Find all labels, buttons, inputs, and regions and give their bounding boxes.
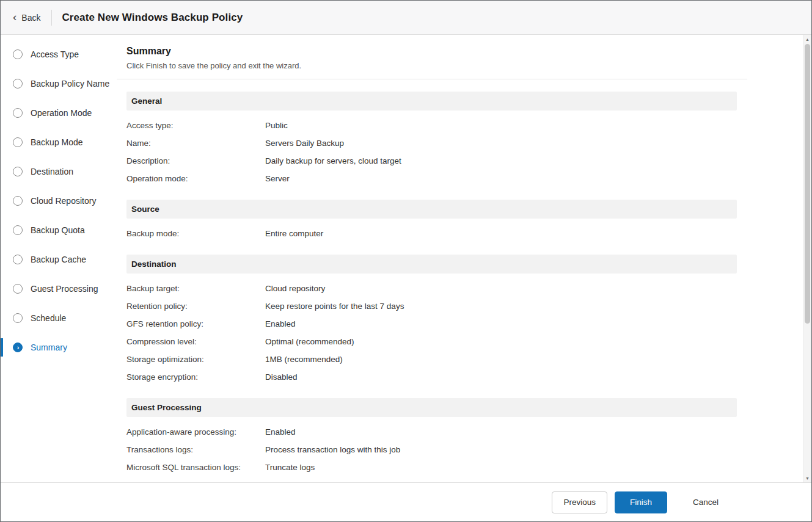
row-label: Name: bbox=[126, 139, 265, 148]
previous-button[interactable]: Previous bbox=[552, 491, 607, 513]
scroll-up-icon[interactable]: ▲ bbox=[803, 35, 811, 43]
summary-row-transactions-logs: Transactions logs:Process transaction lo… bbox=[126, 441, 737, 459]
row-value: Daily backup for servers, cloud target bbox=[265, 156, 737, 165]
summary-row-microsoft-sql-transaction-logs: Microsoft SQL transaction logs:Truncate … bbox=[126, 459, 737, 476]
step-label: Access Type bbox=[31, 49, 79, 59]
sidebar-step-backup-cache[interactable]: Backup Cache bbox=[1, 245, 117, 274]
cancel-button[interactable]: Cancel bbox=[679, 491, 732, 513]
row-label: Backup target: bbox=[126, 284, 265, 293]
step-label: Destination bbox=[31, 167, 73, 176]
row-value: Servers Daily Backup bbox=[265, 139, 737, 148]
page-title: Create New Windows Backup Policy bbox=[62, 12, 243, 24]
step-label: Backup Policy Name bbox=[31, 79, 109, 89]
summary-row-gfs-retention-policy: GFS retention policy:Enabled bbox=[126, 315, 737, 333]
summary-row-name: Name:Servers Daily Backup bbox=[126, 134, 737, 152]
summary-row-storage-optimization: Storage optimization:1MB (recommended) bbox=[126, 350, 737, 368]
sidebar-step-operation-mode[interactable]: Operation Mode bbox=[1, 98, 117, 128]
row-value: Keep restore points for the last 7 days bbox=[265, 302, 737, 311]
step-circle-icon bbox=[13, 196, 23, 206]
row-value: 1MB (recommended) bbox=[265, 355, 737, 364]
summary-row-oracle-transaction-logs: Oracle transaction logs:Do not delete ar… bbox=[126, 476, 737, 482]
step-subtitle: Click Finish to save the policy and exit… bbox=[126, 61, 737, 70]
step-circle-icon bbox=[13, 313, 23, 323]
row-value: Server bbox=[265, 174, 737, 183]
header: ‹ Back Create New Windows Backup Policy bbox=[1, 1, 811, 35]
summary-row-application-aware-processing: Application-aware processing:Enabled bbox=[126, 423, 737, 441]
row-value: Enabled bbox=[265, 427, 737, 437]
summary-row-access-type: Access type:Public bbox=[126, 117, 737, 134]
row-value: Enabled bbox=[265, 319, 737, 328]
sidebar-step-destination[interactable]: Destination bbox=[1, 157, 117, 186]
section-header-source: Source bbox=[126, 200, 737, 219]
section-header-guest-processing: Guest Processing bbox=[126, 398, 737, 417]
finish-button[interactable]: Finish bbox=[615, 491, 667, 513]
step-circle-icon bbox=[13, 255, 23, 264]
step-circle-icon bbox=[13, 108, 23, 118]
step-label: Backup Quota bbox=[31, 225, 85, 235]
step-label: Guest Processing bbox=[31, 284, 98, 294]
step-circle-icon bbox=[13, 79, 23, 89]
step-circle-icon bbox=[13, 49, 23, 59]
summary-row-backup-mode: Backup mode:Entire computer bbox=[126, 225, 737, 242]
row-label: Retention policy: bbox=[126, 302, 265, 311]
step-label: Cloud Repository bbox=[31, 196, 96, 206]
row-value: Optimal (recommended) bbox=[265, 337, 737, 346]
section-header-destination: Destination bbox=[126, 255, 737, 274]
step-title: Summary bbox=[126, 46, 737, 57]
sidebar-step-guest-processing[interactable]: Guest Processing bbox=[1, 274, 117, 303]
row-value: Process transaction logs with this job bbox=[265, 445, 737, 454]
header-divider bbox=[51, 10, 52, 26]
scrollbar-thumb[interactable] bbox=[805, 44, 810, 324]
section-header-general: General bbox=[126, 92, 737, 111]
vertical-scrollbar[interactable]: ▲ ▼ bbox=[803, 35, 811, 482]
wizard-window: ‹ Back Create New Windows Backup Policy … bbox=[0, 0, 812, 522]
sidebar-step-cloud-repository[interactable]: Cloud Repository bbox=[1, 186, 117, 216]
active-step-icon: › bbox=[13, 343, 23, 352]
step-label: Operation Mode bbox=[31, 108, 92, 118]
step-label: Summary bbox=[31, 343, 67, 352]
footer: Previous Finish Cancel bbox=[1, 482, 811, 521]
row-label: Description: bbox=[126, 156, 265, 165]
row-value: Truncate logs bbox=[265, 463, 737, 472]
summary-sections: GeneralAccess type:PublicName:Servers Da… bbox=[117, 79, 747, 482]
sidebar-step-backup-policy-name[interactable]: Backup Policy Name bbox=[1, 69, 117, 98]
row-label: Compression level: bbox=[126, 337, 265, 346]
row-label: Storage encryption: bbox=[126, 372, 265, 382]
step-header: Summary Click Finish to save the policy … bbox=[117, 35, 747, 79]
wizard-steps: Access TypeBackup Policy NameOperation M… bbox=[1, 35, 117, 482]
step-circle-icon bbox=[13, 167, 23, 176]
row-value: Do not delete archived logs bbox=[265, 480, 737, 482]
back-label: Back bbox=[21, 13, 40, 23]
row-label: Access type: bbox=[126, 121, 265, 130]
summary-row-retention-policy: Retention policy:Keep restore points for… bbox=[126, 297, 737, 315]
sidebar-step-summary[interactable]: ›Summary bbox=[1, 333, 117, 362]
row-label: Backup mode: bbox=[126, 229, 265, 238]
summary-panel: Summary Click Finish to save the policy … bbox=[117, 35, 747, 482]
chevron-left-icon: ‹ bbox=[13, 11, 16, 23]
sidebar-step-access-type[interactable]: Access Type bbox=[1, 40, 117, 69]
row-label: Transactions logs: bbox=[126, 445, 265, 454]
step-circle-icon bbox=[13, 137, 23, 147]
step-circle-icon bbox=[13, 284, 23, 294]
back-button[interactable]: ‹ Back bbox=[12, 9, 42, 26]
row-label: Application-aware processing: bbox=[126, 427, 265, 437]
row-value: Cloud repository bbox=[265, 284, 737, 293]
step-label: Backup Mode bbox=[31, 137, 83, 147]
summary-row-operation-mode: Operation mode:Server bbox=[126, 170, 737, 187]
summary-row-storage-encryption: Storage encryption:Disabled bbox=[126, 368, 737, 386]
row-value: Public bbox=[265, 121, 737, 130]
scroll-down-icon[interactable]: ▼ bbox=[803, 474, 811, 482]
sidebar-step-backup-mode[interactable]: Backup Mode bbox=[1, 128, 117, 157]
sidebar-step-backup-quota[interactable]: Backup Quota bbox=[1, 216, 117, 245]
wizard-body: Access TypeBackup Policy NameOperation M… bbox=[1, 35, 811, 482]
sidebar-step-schedule[interactable]: Schedule bbox=[1, 303, 117, 333]
row-value: Disabled bbox=[265, 372, 737, 382]
summary-row-compression-level: Compression level:Optimal (recommended) bbox=[126, 333, 737, 350]
row-label: Microsoft SQL transaction logs: bbox=[126, 463, 265, 472]
row-label: Operation mode: bbox=[126, 174, 265, 183]
row-value: Entire computer bbox=[265, 229, 737, 238]
summary-row-description: Description:Daily backup for servers, cl… bbox=[126, 152, 737, 170]
row-label: GFS retention policy: bbox=[126, 319, 265, 328]
step-label: Backup Cache bbox=[31, 255, 86, 264]
step-circle-icon bbox=[13, 225, 23, 235]
